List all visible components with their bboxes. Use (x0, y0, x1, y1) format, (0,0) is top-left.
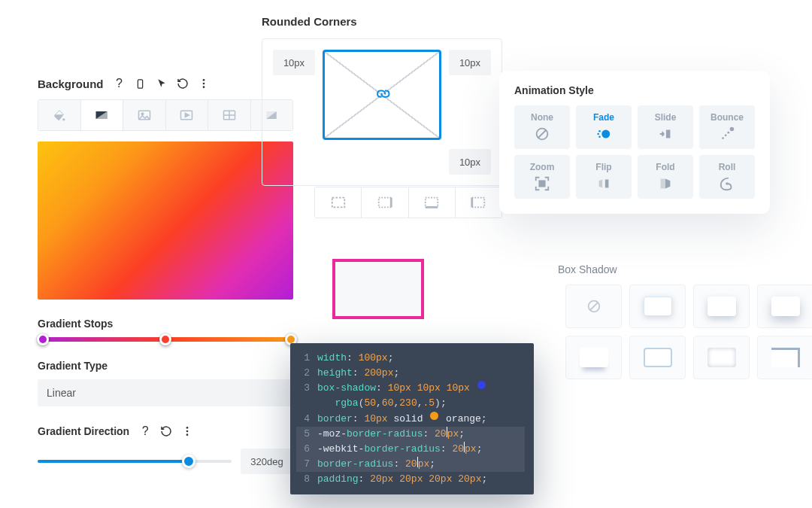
corner-link-canvas[interactable] (323, 50, 441, 140)
shadow-soft[interactable] (629, 284, 686, 328)
svg-point-27 (725, 134, 727, 136)
tab-video[interactable] (166, 100, 209, 130)
shadow-bottom[interactable] (565, 336, 622, 379)
svg-point-3 (202, 86, 205, 88)
gradient-type-label: Gradient Type (38, 360, 293, 372)
gradient-stops-track[interactable] (38, 337, 293, 342)
svg-rect-13 (379, 198, 392, 208)
border-bottom[interactable] (409, 187, 456, 217)
hover-icon[interactable] (153, 75, 170, 92)
corner-bottom-right-input[interactable]: 10px (449, 149, 491, 175)
background-type-tabs (38, 99, 293, 131)
animation-none[interactable]: None (514, 105, 570, 149)
svg-point-24 (598, 135, 601, 138)
svg-rect-15 (426, 198, 438, 208)
animation-slide[interactable]: Slide (638, 105, 693, 149)
animation-flip[interactable]: Flip (576, 155, 632, 199)
background-panel: Background ? (38, 75, 293, 474)
box-shadow-grid (565, 284, 812, 379)
background-title: Background (38, 78, 104, 90)
gradient-stop[interactable] (37, 333, 49, 345)
border-right[interactable] (362, 187, 408, 217)
reset-icon[interactable] (174, 75, 191, 92)
animation-grid: None Fade Slide Bounce Zoom Flip Fold R (514, 105, 755, 199)
tab-color[interactable] (38, 100, 81, 130)
svg-point-21 (601, 130, 610, 138)
shadow-outline[interactable] (629, 336, 686, 379)
rounded-corners-panel: Rounded Corners 10px 10px 10px (262, 15, 502, 186)
shadow-none[interactable] (565, 284, 622, 328)
tab-gradient[interactable] (81, 100, 124, 130)
shadow-corner[interactable] (757, 336, 812, 379)
svg-point-10 (186, 430, 189, 433)
help-icon[interactable]: ? (137, 423, 153, 440)
svg-point-29 (730, 127, 735, 132)
svg-point-28 (727, 132, 729, 134)
svg-point-22 (598, 130, 601, 132)
animation-roll[interactable]: Roll (699, 155, 755, 199)
shadow-medium[interactable] (693, 284, 750, 328)
help-icon[interactable]: ? (111, 75, 128, 92)
shadow-large[interactable] (757, 284, 812, 328)
svg-line-20 (538, 130, 547, 138)
gradient-direction-control: 320deg (38, 449, 293, 474)
svg-rect-17 (472, 198, 485, 208)
border-color-preview[interactable] (332, 259, 424, 319)
svg-point-11 (186, 433, 189, 436)
shadow-inset[interactable] (693, 336, 750, 379)
animation-fold[interactable]: Fold (638, 155, 693, 199)
gradient-direction-header: Gradient Direction ? (38, 423, 293, 440)
tab-pattern[interactable] (208, 100, 251, 130)
link-icon (370, 83, 394, 107)
svg-rect-12 (332, 198, 344, 208)
animation-fade[interactable]: Fade (576, 105, 632, 149)
svg-point-6 (141, 113, 144, 115)
border-all[interactable] (315, 187, 362, 217)
svg-point-23 (597, 133, 599, 135)
svg-rect-0 (138, 79, 142, 87)
box-shadow-title: Box Shadow (558, 263, 617, 275)
animation-bounce[interactable]: Bounce (699, 105, 755, 149)
border-left[interactable] (456, 187, 501, 217)
svg-point-9 (186, 427, 189, 429)
rounded-corners-body: 10px 10px 10px (262, 38, 502, 186)
slider-thumb[interactable] (182, 455, 195, 468)
css-code-editor[interactable]: 1width: 100px;2height: 200px;3box-shadow… (290, 343, 534, 494)
rounded-corners-title: Rounded Corners (262, 15, 502, 28)
gradient-type-value: Linear (47, 387, 76, 399)
gradient-preview[interactable] (38, 141, 293, 300)
more-icon[interactable] (179, 423, 195, 440)
svg-point-26 (722, 137, 724, 139)
device-icon[interactable] (132, 75, 149, 92)
svg-rect-25 (666, 130, 671, 138)
animation-panel: Animation Style None Fade Slide Bounce Z… (499, 71, 770, 214)
background-header: Background ? (38, 75, 293, 92)
tab-image[interactable] (123, 100, 166, 130)
animation-title: Animation Style (514, 84, 755, 96)
gradient-direction-slider[interactable] (38, 460, 232, 463)
corner-top-left-input[interactable]: 10px (273, 50, 315, 75)
reset-icon[interactable] (158, 423, 174, 440)
corner-top-right-input[interactable]: 10px (449, 50, 491, 75)
gradient-stop[interactable] (159, 333, 171, 345)
svg-line-32 (589, 303, 598, 311)
svg-point-1 (202, 79, 205, 81)
gradient-direction-value[interactable]: 320deg (241, 449, 293, 474)
gradient-stops-label: Gradient Stops (38, 318, 293, 330)
gradient-direction-label: Gradient Direction (38, 425, 129, 437)
svg-rect-30 (539, 181, 544, 186)
gradient-type-select[interactable]: Linear (38, 379, 293, 406)
svg-point-2 (202, 83, 205, 85)
more-icon[interactable] (195, 75, 212, 92)
animation-zoom[interactable]: Zoom (514, 155, 570, 199)
border-edge-selector (314, 187, 502, 218)
